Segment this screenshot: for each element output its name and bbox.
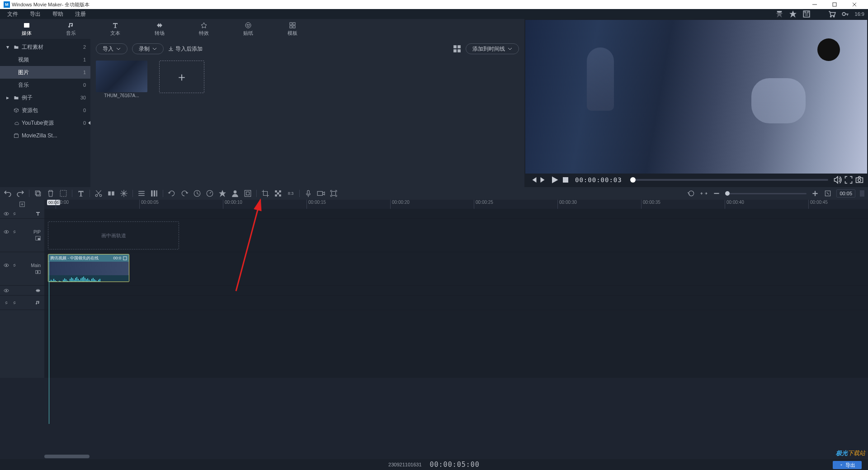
tab-text[interactable]: 文本 [93,20,137,38]
window-minimize-button[interactable] [805,0,825,9]
zoom-slider[interactable] [725,193,807,194]
key-icon[interactable] [841,10,849,18]
link-icon[interactable] [4,300,9,306]
fit-icon[interactable] [700,189,708,197]
pin-icon[interactable] [775,10,783,18]
add-media-button[interactable]: ＋ [159,61,204,93]
delete-icon[interactable] [47,189,55,197]
sidebar-item-examples[interactable]: ▸ 例子 30 [0,91,90,104]
record-button[interactable]: 录制 [132,43,164,54]
text-tool-icon[interactable] [77,189,85,197]
play-button[interactable] [551,176,559,184]
import-button[interactable]: 导入 [96,43,127,54]
ratio-icon[interactable]: 8:3 [287,189,295,197]
tab-transition[interactable]: 转场 [137,20,182,38]
rotate-ccw-icon[interactable] [168,189,176,197]
text-track-body[interactable] [44,209,868,219]
video-clip[interactable]: 腾讯视频 - 中国领先的在线 00:0 [48,254,129,282]
color-icon[interactable] [218,189,226,197]
duration-spinner[interactable] [860,190,864,197]
window-maximize-button[interactable] [825,0,844,9]
cut-icon[interactable] [94,189,103,197]
align-icon[interactable] [137,189,146,197]
audio-track-body[interactable] [44,296,868,310]
tab-music[interactable]: 音乐 [49,20,93,38]
save-icon[interactable] [802,10,811,18]
window-close-button[interactable] [844,0,864,9]
zoom-in-icon[interactable] [811,189,819,197]
time-ruler[interactable]: 00:00 00:00 00:00:05 00:00:10 00:00:15 0… [44,200,868,209]
playhead-line[interactable] [49,261,49,424]
tab-templates[interactable]: 模板 [270,20,315,38]
sidebar-item-resource[interactable]: 资源包 0 [0,104,90,117]
mic-icon[interactable] [304,189,312,197]
link-icon[interactable] [12,263,17,268]
sidebar-item-youtube[interactable]: YouTube资源 0 [0,117,90,129]
split-icon[interactable] [107,189,115,197]
filmstrip-icon [35,269,41,275]
eye-icon[interactable] [4,229,9,235]
zoom-out-icon[interactable] [712,189,721,197]
main-track-body[interactable]: 腾讯视频 - 中国领先的在线 00:0 [44,252,868,286]
timeline-scrollbar[interactable] [44,455,90,458]
grid-view-icon[interactable] [453,45,461,53]
link-icon[interactable] [12,300,17,306]
screen-icon[interactable] [330,189,338,197]
stop-button[interactable] [561,176,570,184]
camera-icon[interactable] [317,189,325,197]
link-icon[interactable] [12,229,17,235]
menu-register[interactable]: 注册 [72,9,89,19]
eye-icon[interactable] [4,263,9,268]
tab-stickers[interactable]: 贴纸 [226,20,270,38]
eye-icon[interactable] [4,211,9,216]
transition-track-body[interactable] [44,286,868,296]
import-add-button[interactable]: 导入后添加 [168,45,203,53]
star-icon[interactable] [789,10,797,18]
export-button[interactable]: 导出 [833,461,862,469]
pip-track-body[interactable]: 画中画轨道 [44,219,868,252]
add-to-timeline-button[interactable]: 添加到时间线 [466,43,519,54]
seek-slider[interactable] [630,179,828,181]
reverse-icon[interactable] [193,189,201,197]
media-thumb[interactable]: THUM_76167A... [96,61,147,98]
sidebar-item-label: 工程素材 [22,43,43,51]
marker-icon[interactable] [824,189,832,197]
next-frame-button[interactable] [540,176,548,184]
menu-file[interactable]: 文件 [5,9,21,19]
tab-media[interactable]: 媒体 [5,20,49,38]
frame-icon[interactable] [244,189,252,197]
fullscreen-icon[interactable] [844,176,853,184]
sidebar-item-video[interactable]: 视频 1 [0,53,90,66]
snapshot-icon[interactable] [855,176,863,184]
track-add-button[interactable] [0,200,44,209]
prev-frame-button[interactable] [529,176,537,184]
aspect-ratio[interactable]: 16:9 [855,11,864,17]
sidebar-item-project[interactable]: ▾ 工程素材 2 [0,41,90,53]
volume-icon[interactable] [834,176,842,184]
pip-drop-zone[interactable]: 画中画轨道 [48,221,179,249]
rotate-cw-icon[interactable] [180,189,189,197]
select-icon[interactable] [59,189,67,197]
menu-export[interactable]: 导出 [27,9,43,19]
crop-icon[interactable] [261,189,269,197]
columns-icon[interactable] [150,189,158,197]
redo-icon[interactable] [16,189,24,197]
speed-icon[interactable] [206,189,214,197]
cart-icon[interactable] [828,10,836,18]
loop-icon[interactable] [687,189,695,197]
duration-box[interactable]: 00:05 [836,189,855,197]
package-icon [14,108,19,113]
eye-icon[interactable] [4,288,9,293]
expand-icon[interactable] [123,256,127,260]
mosaic-icon[interactable] [274,189,282,197]
menu-help[interactable]: 帮助 [50,9,66,19]
person-icon[interactable] [231,189,239,197]
sidebar-item-moviezilla[interactable]: MovieZilla St... [0,129,90,142]
sidebar-item-audio[interactable]: 音乐 0 [0,79,90,91]
copy-icon[interactable] [34,189,42,197]
tab-effects[interactable]: 特效 [182,20,226,38]
sidebar-item-image[interactable]: 图片 1 [0,66,90,79]
link-icon[interactable] [12,211,17,216]
undo-icon[interactable] [4,189,12,197]
freeze-icon[interactable] [120,189,128,197]
